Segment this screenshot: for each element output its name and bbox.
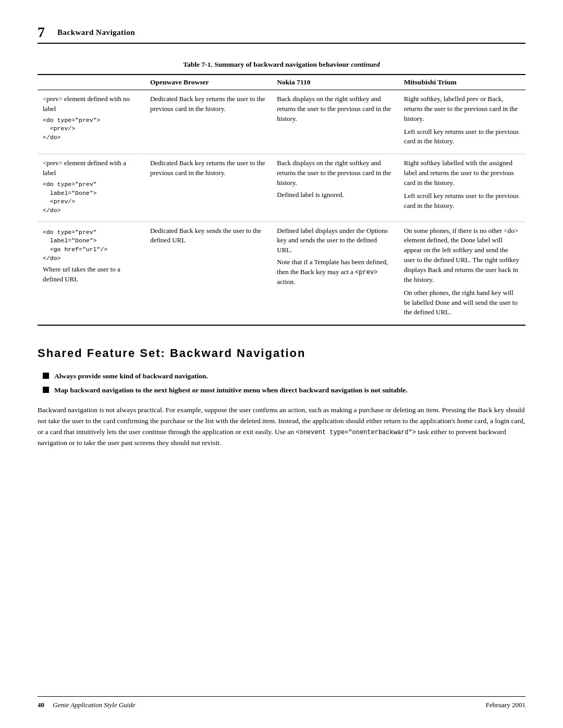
table-row: <prev> element defined with a label<do t… (38, 154, 525, 221)
desc-text: <prev> element defined with a label (43, 158, 140, 178)
cell-nokia: Back displays on the right softkey and r… (272, 154, 398, 221)
body-text: Backward navigation is not always practi… (38, 405, 525, 449)
page: 7 Backward Navigation Table 7-1. Summary… (0, 0, 563, 728)
bullet-item: Map backward navigation to the next high… (43, 386, 525, 396)
col-nokia-header: Nokia 7110 (272, 75, 398, 90)
desc-text: Where url takes the user to a defined UR… (43, 265, 140, 285)
navigation-table: Openwave Browser Nokia 7110 Mitsubishi T… (38, 74, 525, 326)
cell-desc: <prev> element defined with a label<do t… (38, 154, 145, 221)
col-desc-header (38, 75, 145, 90)
mitsubishi-text: Left scroll key returns user to the prev… (404, 191, 520, 211)
nokia-text: Defined label displays under the Options… (277, 226, 393, 256)
inline-code: <prev> (355, 269, 377, 276)
mitsubishi-text: On some phones, if there is no other <do… (404, 226, 520, 285)
mitsubishi-text: On other phones, the right hand key will… (404, 288, 520, 318)
cell-desc: <prev> element defined with no label<do … (38, 90, 145, 154)
code-block: <do type="prev" label="Done"> <prev/> </… (43, 180, 140, 215)
bullet-list: Always provide some kind of backward nav… (38, 372, 525, 396)
mitsubishi-text: Left scroll key returns user to the prev… (404, 127, 520, 147)
cell-openwave: Dedicated Back key returns the user to t… (145, 154, 272, 221)
nokia-text: Back displays on the right softkey and r… (277, 158, 393, 188)
code-block: <do type="prev" label="Done"> <go href="… (43, 228, 140, 263)
code-block: <do type="prev"> <prev/> </do> (43, 116, 140, 142)
section-backward-nav: Shared Feature Set: Backward Navigation … (38, 347, 525, 448)
page-footer: 40 Genie Application Style Guide Februar… (38, 696, 525, 709)
bullet-icon (43, 387, 49, 393)
table-row: <do type="prev" label="Done"> <go href="… (38, 221, 525, 325)
footer-date: February 2001 (486, 701, 525, 709)
page-header: 7 Backward Navigation (38, 25, 525, 44)
cell-mitsubishi: Right softkey, labelled prev or Back, re… (399, 90, 525, 154)
mitsubishi-text: Right softkey labelled with the assigned… (404, 158, 520, 188)
cell-openwave: Dedicated Back key sends the user to the… (145, 221, 272, 325)
bullet-icon (43, 373, 49, 379)
col-openwave-header: Openwave Browser (145, 75, 272, 90)
section-title: Shared Feature Set: Backward Navigation (38, 347, 525, 360)
doc-title: Genie Application Style Guide (53, 701, 135, 709)
footer-left: 40 Genie Application Style Guide (38, 701, 136, 709)
cell-mitsubishi: On some phones, if there is no other <do… (399, 221, 525, 325)
cell-mitsubishi: Right softkey labelled with the assigned… (399, 154, 525, 221)
table-row: <prev> element defined with no label<do … (38, 90, 525, 154)
nokia-text: Back displays on the right softkey and r… (277, 94, 393, 124)
chapter-number: 7 (38, 25, 45, 40)
table-header-row: Openwave Browser Nokia 7110 Mitsubishi T… (38, 75, 525, 90)
cell-desc: <do type="prev" label="Done"> <go href="… (38, 221, 145, 325)
bullet-item: Always provide some kind of backward nav… (43, 372, 525, 381)
chapter-title: Backward Navigation (57, 28, 135, 37)
cell-nokia: Defined label displays under the Options… (272, 221, 398, 325)
mitsubishi-text: Right softkey, labelled prev or Back, re… (404, 94, 520, 124)
cell-openwave: Dedicated Back key returns the user to t… (145, 90, 272, 154)
page-number: 40 (38, 701, 44, 709)
bullet-text: Map backward navigation to the next high… (54, 386, 408, 396)
nokia-text: Defined label is ignored. (277, 190, 393, 200)
nokia-text: Note that if a Template has been defined… (277, 257, 393, 287)
desc-text: <prev> element defined with no label (43, 94, 140, 114)
inline-code: <onevent type="onenterbackward"> (296, 429, 415, 436)
col-mitsubishi-header: Mitsubishi Trium (399, 75, 525, 90)
cell-nokia: Back displays on the right softkey and r… (272, 90, 398, 154)
bullet-text: Always provide some kind of backward nav… (54, 372, 208, 381)
table-caption: Table 7-1. Summary of backward navigatio… (38, 60, 525, 69)
table-container: Table 7-1. Summary of backward navigatio… (38, 60, 525, 326)
